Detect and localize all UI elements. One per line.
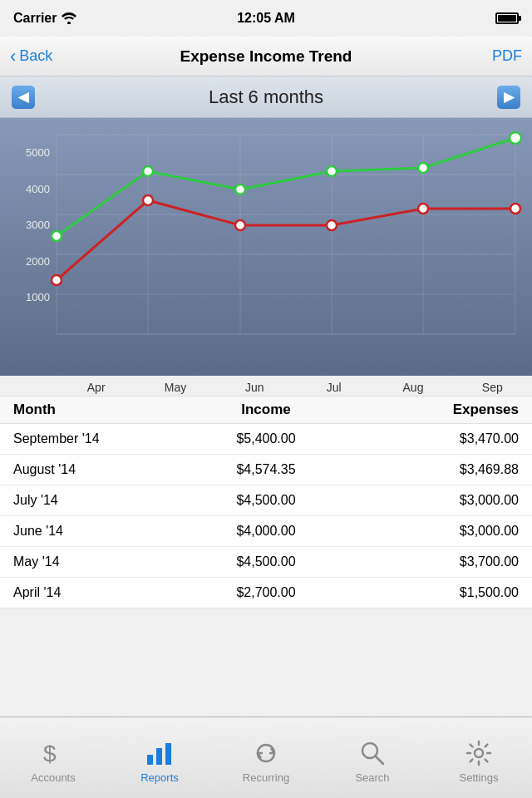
battery-area <box>495 12 519 24</box>
month-label-may: May <box>135 381 214 394</box>
reports-icon <box>145 738 175 768</box>
data-table: Month Income Expenses September '14 $5,4… <box>0 396 532 608</box>
svg-point-0 <box>67 22 71 24</box>
cell-income: $4,500.00 <box>182 493 351 508</box>
settings-icon <box>464 738 494 768</box>
month-label-sep: Sep <box>453 381 532 394</box>
table-row: May '14 $4,500.00 $3,700.00 <box>0 547 532 578</box>
back-button[interactable]: ‹ Back <box>10 46 52 67</box>
battery-icon <box>495 12 519 24</box>
svg-point-19 <box>52 231 62 241</box>
chevron-right-icon: ▶ <box>504 89 514 105</box>
svg-point-28 <box>327 220 337 230</box>
svg-rect-34 <box>165 743 171 765</box>
table-row: September '14 $5,400.00 $3,470.00 <box>0 424 532 455</box>
tab-recurring[interactable]: Recurring <box>213 732 319 784</box>
svg-point-27 <box>235 220 245 230</box>
svg-text:5000: 5000 <box>26 146 50 159</box>
cell-month: July '14 <box>13 493 182 508</box>
cell-income: $4,574.35 <box>182 462 351 477</box>
cell-expenses: $3,700.00 <box>350 554 519 569</box>
table-row: April '14 $2,700.00 $1,500.00 <box>0 578 532 608</box>
back-label: Back <box>19 47 52 65</box>
page-title: Expense Income Trend <box>180 47 352 66</box>
svg-line-36 <box>376 756 383 764</box>
wifi-icon <box>62 12 76 24</box>
cell-income: $2,700.00 <box>182 585 351 600</box>
svg-text:3000: 3000 <box>26 219 50 231</box>
svg-point-21 <box>235 185 245 195</box>
svg-text:1000: 1000 <box>26 291 50 303</box>
month-label-apr: Apr <box>57 381 135 394</box>
table-row: August '14 $4,574.35 $3,469.88 <box>0 455 532 485</box>
status-time: 12:05 AM <box>237 11 295 26</box>
svg-point-30 <box>510 204 520 214</box>
svg-point-25 <box>52 275 62 285</box>
chart-svg: 5000 4000 3000 2000 1000 <box>0 118 532 376</box>
cell-income: $4,000.00 <box>182 524 351 539</box>
col-header-expenses: Expenses <box>350 401 519 418</box>
tab-search-label: Search <box>355 771 389 784</box>
svg-point-22 <box>327 166 337 176</box>
cell-month: September '14 <box>13 431 182 446</box>
nav-bar: ‹ Back Expense Income Trend PDF <box>0 37 532 76</box>
period-selector: ◀ Last 6 months ▶ <box>0 76 532 118</box>
table-row: June '14 $4,000.00 $3,000.00 <box>0 516 532 547</box>
svg-rect-32 <box>147 755 153 765</box>
carrier-label: Carrier <box>13 11 57 26</box>
svg-point-37 <box>475 749 483 757</box>
chart-area: 5000 4000 3000 2000 1000 <box>0 118 532 376</box>
recurring-icon <box>251 738 281 768</box>
cell-month: April '14 <box>13 585 182 600</box>
tab-bar: $ Accounts Reports Recurring <box>0 717 532 798</box>
table-row: July '14 $4,500.00 $3,000.00 <box>0 485 532 516</box>
col-header-month: Month <box>13 401 182 418</box>
cell-expenses: $3,000.00 <box>350 493 519 508</box>
period-prev-button[interactable]: ◀ <box>12 86 35 109</box>
accounts-icon: $ <box>38 738 68 768</box>
svg-rect-33 <box>156 748 162 765</box>
svg-point-24 <box>510 132 521 144</box>
table-body: September '14 $5,400.00 $3,470.00 August… <box>0 424 532 608</box>
cell-expenses: $1,500.00 <box>350 585 519 600</box>
tab-settings[interactable]: Settings <box>426 732 532 784</box>
svg-point-23 <box>418 163 428 173</box>
cell-income: $5,400.00 <box>182 431 351 446</box>
col-header-income: Income <box>182 401 351 418</box>
tab-accounts-label: Accounts <box>31 771 75 784</box>
month-labels: Apr May Jun Jul Aug Sep <box>0 376 532 396</box>
tab-reports[interactable]: Reports <box>106 732 213 784</box>
cell-month: May '14 <box>13 554 182 569</box>
cell-expenses: $3,470.00 <box>350 431 519 446</box>
table-header: Month Income Expenses <box>0 397 532 424</box>
svg-point-20 <box>143 166 153 176</box>
period-title: Last 6 months <box>209 86 323 108</box>
svg-point-26 <box>143 195 153 205</box>
pdf-button[interactable]: PDF <box>492 47 522 65</box>
tab-recurring-label: Recurring <box>243 771 289 784</box>
month-label-jul: Jul <box>294 381 373 394</box>
period-next-button[interactable]: ▶ <box>497 86 520 109</box>
tab-reports-label: Reports <box>140 771 179 784</box>
chevron-left-icon: ◀ <box>18 89 28 105</box>
svg-point-29 <box>418 204 428 214</box>
svg-text:4000: 4000 <box>26 183 50 195</box>
month-label-jun: Jun <box>215 381 294 394</box>
svg-rect-1 <box>0 118 532 376</box>
cell-month: August '14 <box>13 462 182 477</box>
cell-income: $4,500.00 <box>182 554 351 569</box>
cell-expenses: $3,469.88 <box>350 462 519 477</box>
cell-month: June '14 <box>13 524 182 539</box>
tab-accounts[interactable]: $ Accounts <box>0 732 106 784</box>
carrier-wifi: Carrier <box>13 11 76 26</box>
cell-expenses: $3,000.00 <box>350 524 519 539</box>
status-bar: Carrier 12:05 AM <box>0 0 532 37</box>
tab-settings-label: Settings <box>460 771 499 784</box>
search-icon <box>357 738 387 768</box>
back-arrow-icon: ‹ <box>10 46 16 67</box>
svg-text:2000: 2000 <box>26 255 50 268</box>
month-label-aug: Aug <box>373 381 452 394</box>
tab-search[interactable]: Search <box>319 732 426 784</box>
svg-text:$: $ <box>43 741 57 766</box>
